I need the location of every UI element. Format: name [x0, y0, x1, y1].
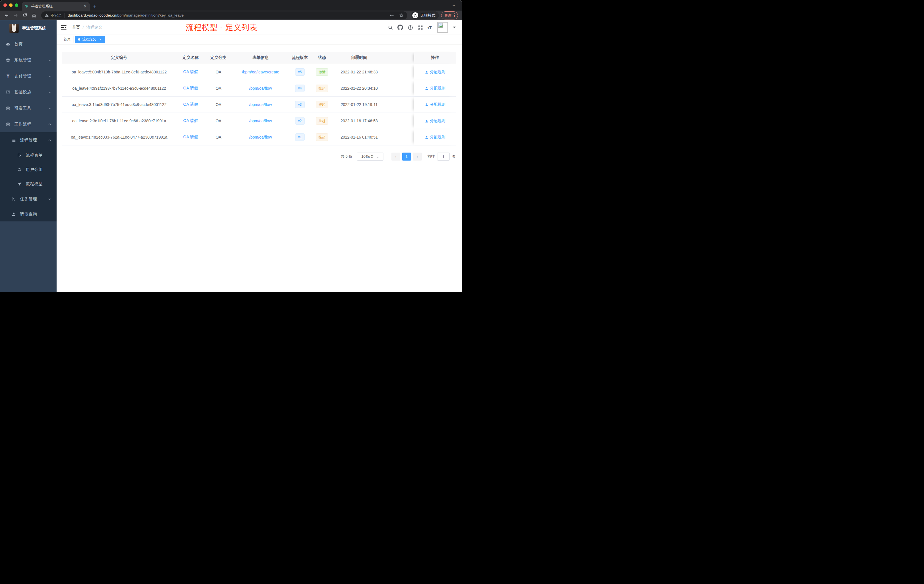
cell-definition-name[interactable]: OA 请假 [176, 80, 205, 96]
cell-definition-name[interactable]: OA 请假 [176, 129, 205, 145]
page-content: 定义编号 定义名称 定义分类 表单信息 流程版本 状态 部署时间 操作 oa_l… [56, 44, 462, 292]
new-tab-button[interactable]: + [93, 4, 96, 10]
reload-icon[interactable] [21, 12, 28, 19]
assign-rule-button[interactable]: 分配规则 [425, 86, 446, 91]
logo-title: 芋道管理系统 [22, 26, 46, 31]
col-header-spacer [385, 52, 414, 64]
cell-actions: 分配规则 [414, 97, 456, 112]
font-size-icon[interactable]: тT [427, 25, 432, 30]
cell-version: v5 [289, 64, 310, 80]
not-secure-warning-icon [45, 13, 49, 17]
cell-definition-name[interactable]: OA 请假 [176, 113, 205, 129]
back-icon[interactable] [3, 12, 10, 19]
chevron-down-icon [48, 107, 51, 110]
cell-form-link[interactable]: /bpm/oa/flow [232, 80, 289, 96]
sidebar-item-system[interactable]: 系统管理 [0, 52, 56, 68]
sidebar-menu: 首页 系统管理 ¥ 支付管理 [0, 36, 56, 292]
cell-deploy-time: 2022-01-16 17:46:53 [333, 113, 385, 129]
cell-definition-id: oa_leave:5:004b710b-7b8a-11ec-8ef0-acde4… [62, 64, 176, 80]
cell-category: OA [205, 64, 232, 80]
cell-actions: 分配规则 [414, 113, 456, 129]
browser-update-button[interactable]: 更新 [441, 12, 458, 20]
chevron-down-icon [48, 91, 51, 94]
person-icon [425, 119, 429, 123]
cell-definition-name[interactable]: OA 请假 [176, 97, 205, 112]
col-header-category: 定义分类 [205, 52, 232, 64]
cell-form-link[interactable]: /bpm/oa/flow [232, 129, 289, 145]
url-text[interactable]: dashboard.yudao.iocoder.cn/bpm/manager/d… [68, 13, 386, 17]
password-key-icon[interactable] [389, 13, 394, 18]
tag-process-definition[interactable]: 流程定义 × [75, 36, 105, 43]
macos-window-controls[interactable] [3, 3, 18, 7]
next-page-button[interactable]: › [413, 153, 422, 160]
definition-table: 定义编号 定义名称 定义分类 表单信息 流程版本 状态 部署时间 操作 oa_l… [62, 52, 456, 145]
cell-actions: 分配规则 [414, 80, 456, 96]
help-icon[interactable] [408, 25, 413, 30]
forward-icon[interactable] [12, 12, 20, 19]
security-label[interactable]: 不安全 [51, 13, 62, 18]
sidebar-logo[interactable]: 芋道管理系统 [0, 20, 56, 36]
page-number-1[interactable]: 1 [402, 153, 411, 160]
tab-close-icon[interactable]: ✕ [83, 4, 87, 8]
browser-menu-icon[interactable] [454, 13, 455, 17]
sidebar-item-task-management[interactable]: 任务管理 [0, 191, 56, 207]
chevron-down-icon [48, 74, 51, 78]
breadcrumb-home[interactable]: 首页 [72, 25, 80, 30]
page-size-select[interactable]: 10条/页 ⌄ [357, 153, 383, 160]
url-divider [64, 13, 65, 18]
tab-strip: 芋道管理系统 ✕ + ⌄ [0, 0, 462, 11]
cell-form-link[interactable]: /bpm/oa/leave/create [232, 64, 289, 80]
tag-home[interactable]: 首页 [61, 36, 73, 43]
close-window-button[interactable] [3, 3, 7, 7]
user-group-icon [17, 167, 22, 172]
assign-rule-button[interactable]: 分配规则 [425, 135, 446, 140]
assign-rule-button[interactable]: 分配规则 [425, 118, 446, 124]
cell-spacer [385, 97, 414, 112]
assign-rule-button[interactable]: 分配规则 [425, 69, 446, 74]
yen-icon: ¥ [6, 74, 10, 79]
sidebar-item-user-group[interactable]: 用户分组 [0, 163, 56, 177]
bookmark-star-icon[interactable] [399, 13, 404, 18]
logo-avatar [10, 24, 18, 33]
home-icon[interactable] [30, 12, 38, 19]
cell-version: v2 [289, 113, 310, 129]
table-row: oa_leave:5:004b710b-7b8a-11ec-8ef0-acde4… [62, 64, 456, 80]
goto-page-input[interactable]: 1 [437, 153, 450, 160]
sidebar-item-dev-tools[interactable]: 研发工具 [0, 100, 56, 116]
person-icon [12, 212, 16, 216]
fullscreen-icon[interactable] [417, 25, 423, 30]
minimize-window-button[interactable] [9, 3, 13, 7]
sidebar-item-leave-query[interactable]: 请假查询 [0, 207, 56, 221]
tab-search-chevron-icon[interactable]: ⌄ [451, 3, 456, 7]
sidebar-item-process-form[interactable]: 流程表单 [0, 148, 56, 163]
sidebar-item-process-model[interactable]: 流程模型 [0, 177, 56, 191]
active-tag-dot [78, 38, 80, 41]
workflow-submenu: 流程管理 流程表单 用户分组 [0, 132, 56, 221]
search-icon[interactable] [388, 25, 393, 30]
avatar-dropdown-caret-icon[interactable] [453, 26, 456, 28]
sidebar-item-workflow[interactable]: 工作流程 [0, 116, 56, 132]
collapse-sidebar-icon[interactable] [61, 24, 67, 31]
sidebar-item-infrastructure[interactable]: 基础设施 [0, 84, 56, 100]
sidebar-item-home[interactable]: 首页 [0, 36, 56, 52]
assign-rule-button[interactable]: 分配规则 [425, 102, 446, 107]
prev-page-button[interactable]: ‹ [391, 153, 400, 160]
breadcrumb: 首页 / 流程定义 [72, 25, 102, 30]
url-bar[interactable]: 不安全 dashboard.yudao.iocoder.cn/bpm/manag… [41, 12, 407, 20]
cell-form-link[interactable]: /bpm/oa/flow [232, 113, 289, 129]
tag-close-icon[interactable]: × [98, 38, 102, 41]
browser-toolbar: 不安全 dashboard.yudao.iocoder.cn/bpm/manag… [0, 11, 462, 20]
person-icon [425, 103, 429, 107]
browser-tab[interactable]: 芋道管理系统 ✕ [22, 2, 90, 11]
cell-form-link[interactable]: /bpm/oa/flow [232, 97, 289, 112]
gear-icon [6, 58, 10, 63]
maximize-window-button[interactable] [15, 3, 18, 7]
sidebar-item-payment[interactable]: ¥ 支付管理 [0, 68, 56, 84]
tab-title: 芋道管理系统 [31, 4, 83, 9]
page-annotation-title: 流程模型 - 定义列表 [186, 22, 257, 33]
pagination-total: 共 5 条 [341, 154, 352, 159]
github-icon[interactable] [398, 25, 403, 30]
user-avatar-broken-image[interactable] [437, 22, 448, 33]
sidebar-item-process-management[interactable]: 流程管理 [0, 132, 56, 148]
cell-definition-name[interactable]: OA 请假 [176, 64, 205, 80]
